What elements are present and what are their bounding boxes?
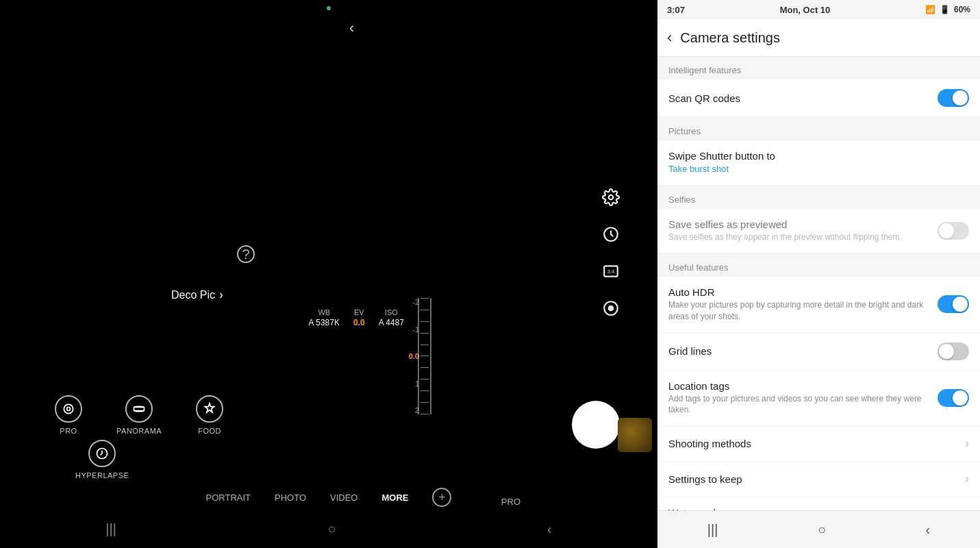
mode-food[interactable]: FOOD: [196, 395, 223, 435]
card-intelligent: Scan QR codes: [657, 79, 980, 116]
mode-panorama-label: PANORAMA: [116, 427, 162, 435]
section-label-pictures: Pictures: [657, 118, 980, 140]
exposure-panel: WB A 5387K EV 0.0 ISO A 4487: [309, 308, 404, 327]
ruler-tick-7: [420, 367, 429, 368]
ruler-tick-2: [420, 310, 429, 310]
ruler-tick-8: [420, 379, 429, 379]
mode-hyperlapse-icon: [88, 440, 116, 467]
settings-status-bar: 3:07 Mon, Oct 10 📶 📱 60%: [657, 0, 980, 19]
settings-to-keep-title: Settings to keep: [668, 473, 965, 485]
ruler-tick-1: [420, 298, 429, 299]
tab-video[interactable]: VIDEO: [330, 493, 357, 503]
scan-qr-title: Scan QR codes: [668, 92, 938, 104]
item-save-selfies[interactable]: Save selfies as previewed Save selfies a…: [657, 209, 980, 253]
ev-control[interactable]: EV 0.0: [353, 308, 365, 327]
settings-panel: 3:07 Mon, Oct 10 📶 📱 60% ‹ Camera settin…: [657, 0, 980, 548]
item-location-tags-text: Location tags Add tags to your pictures …: [668, 380, 938, 416]
auto-hdr-toggle[interactable]: [938, 295, 969, 313]
deco-pic-label[interactable]: Deco Pic ›: [171, 288, 223, 302]
signal-icon: 📱: [940, 5, 950, 14]
wb-label: WB: [318, 308, 330, 316]
ruler-tick-3: [420, 321, 429, 322]
camera-right-icons: 3:4: [599, 185, 623, 321]
item-location-tags[interactable]: Location tags Add tags to your pictures …: [657, 371, 980, 427]
effects-icon[interactable]: [599, 296, 623, 321]
item-auto-hdr[interactable]: Auto HDR Make your pictures pop by captu…: [657, 277, 980, 333]
deco-pic-text: Deco Pic: [171, 289, 215, 301]
svg-rect-8: [134, 408, 145, 411]
mode-pro-label: PRO: [60, 427, 77, 435]
cam-nav-recents-icon[interactable]: |||: [105, 521, 116, 537]
iso-value: A 4487: [379, 318, 404, 327]
camera-back-button[interactable]: ‹: [349, 19, 354, 37]
add-mode-button[interactable]: +: [432, 488, 451, 507]
save-selfies-toggle[interactable]: [938, 222, 969, 240]
ruler-tick-6: [420, 356, 429, 356]
settings-header: ‹ Camera settings: [657, 19, 980, 57]
thumbnail-image: [618, 418, 652, 452]
svg-point-7: [67, 408, 71, 411]
cam-nav-home-icon[interactable]: ○: [327, 521, 336, 537]
mode-panorama-icon: [125, 395, 153, 423]
grid-lines-title: Grid lines: [668, 345, 938, 357]
iso-control[interactable]: ISO A 4487: [379, 308, 404, 327]
swipe-shutter-title: Swipe Shutter button to: [668, 150, 969, 162]
wifi-icon: 📶: [925, 5, 935, 14]
pro-label: PRO: [501, 497, 520, 507]
help-icon[interactable]: ?: [237, 245, 255, 263]
mode-hyperlapse-label: HYPERLAPSE: [75, 471, 129, 480]
ruler-tick-4: [420, 333, 429, 334]
card-useful: Auto HDR Make your pictures pop by captu…: [657, 277, 980, 510]
ruler-tick-10: [420, 402, 429, 403]
item-scan-qr[interactable]: Scan QR codes: [657, 79, 980, 116]
item-watermark[interactable]: Watermark Add a watermark to the bottom …: [657, 497, 980, 510]
svg-point-6: [64, 404, 73, 413]
settings-bottom-nav: ||| ○ ‹: [657, 510, 980, 548]
settings-back-button[interactable]: ‹: [667, 29, 672, 47]
camera-bottom-nav: ||| ○ ‹: [0, 510, 657, 548]
card-pictures: Swipe Shutter button to Take burst shot: [657, 140, 980, 185]
item-swipe-shutter[interactable]: Swipe Shutter button to Take burst shot: [657, 140, 980, 185]
tab-photo[interactable]: PHOTO: [275, 493, 306, 503]
camera-viewfinder: ‹ ? 3:4: [0, 0, 657, 548]
tab-more[interactable]: MORE: [381, 493, 408, 503]
camera-status-bar: [0, 0, 657, 16]
item-shooting-methods[interactable]: Shooting methods ›: [657, 426, 980, 462]
section-label-intelligent: Intelligent features: [657, 57, 980, 79]
aspect-ratio-icon[interactable]: 3:4: [599, 259, 623, 284]
tab-portrait[interactable]: PORTRAIT: [206, 493, 251, 503]
settings-nav-recents-icon[interactable]: |||: [707, 522, 718, 538]
mode-pro[interactable]: PRO: [55, 395, 82, 435]
settings-nav-home-icon[interactable]: ○: [818, 522, 826, 538]
mode-tabs-bar: PORTRAIT PHOTO VIDEO MORE +: [0, 488, 657, 507]
auto-hdr-toggle-thumb: [953, 297, 968, 312]
grid-lines-toggle[interactable]: [938, 342, 969, 360]
item-grid-lines[interactable]: Grid lines: [657, 333, 980, 371]
scan-qr-toggle[interactable]: [938, 89, 969, 107]
item-grid-lines-text: Grid lines: [668, 345, 938, 357]
item-settings-to-keep-text: Settings to keep: [668, 473, 965, 485]
shooting-methods-title: Shooting methods: [668, 438, 965, 449]
item-settings-to-keep[interactable]: Settings to keep ›: [657, 462, 980, 497]
mode-hyperlapse[interactable]: HYPERLAPSE: [75, 440, 129, 480]
section-label-useful: Useful features: [657, 254, 980, 277]
battery-level: 60%: [954, 5, 970, 14]
cam-nav-back-icon[interactable]: ‹: [547, 521, 552, 537]
mode-food-icon: [196, 395, 223, 423]
location-tags-toggle[interactable]: [938, 389, 969, 407]
grid-lines-toggle-thumb: [939, 344, 954, 359]
settings-nav-back-icon[interactable]: ‹: [926, 522, 931, 538]
camera-modes-row2: HYPERLAPSE: [75, 440, 129, 480]
shutter-button[interactable]: [572, 401, 620, 449]
auto-hdr-title: Auto HDR: [668, 286, 938, 298]
timer-icon[interactable]: [599, 222, 623, 247]
settings-icon[interactable]: [599, 185, 623, 210]
photo-thumbnail[interactable]: [618, 418, 652, 452]
ruler-tick-5: [420, 345, 429, 345]
settings-content: Intelligent features Scan QR codes Pictu…: [657, 57, 980, 510]
location-tags-title: Location tags: [668, 380, 938, 392]
wb-control[interactable]: WB A 5387K: [309, 308, 340, 327]
iso-label: ISO: [385, 308, 398, 316]
mode-panorama[interactable]: PANORAMA: [116, 395, 162, 435]
settings-title: Camera settings: [680, 30, 780, 46]
